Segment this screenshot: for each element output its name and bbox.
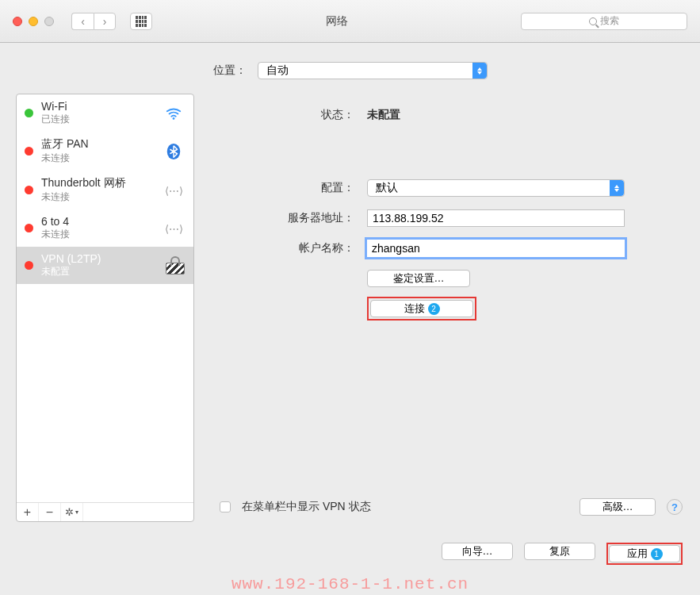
connect-button[interactable]: 连接 2 [370, 300, 473, 317]
sidebar-item-status: 未配置 [41, 265, 165, 278]
status-dot-icon [25, 224, 33, 232]
ethernet-icon: ⟨⋯⟩ [162, 182, 186, 199]
show-vpn-menubar-label: 在菜单栏中显示 VPN 状态 [242, 500, 568, 514]
advanced-button[interactable]: 高级… [580, 498, 656, 516]
sidebar-item-status: 未连接 [41, 190, 162, 204]
sidebar-item-bluetooth-pan[interactable]: 蓝牙 PAN未连接 [17, 132, 193, 171]
ethernet-icon: ⟨⋯⟩ [162, 220, 186, 237]
config-value: 默认 [376, 181, 398, 195]
connect-highlight: 连接 2 [367, 297, 476, 321]
zoom-window-button[interactable] [44, 17, 54, 26]
back-button[interactable]: ‹ [71, 13, 94, 30]
sidebar-item-thunderbolt[interactable]: Thunderbolt 网桥未连接 ⟨⋯⟩ [17, 171, 193, 209]
search-input[interactable]: 搜索 [521, 13, 687, 30]
window-titlebar: ‹ › 网络 搜索 [0, 0, 700, 43]
lock-icon [165, 256, 186, 274]
sidebar-item-name: 蓝牙 PAN [41, 137, 162, 152]
auth-settings-button[interactable]: 鉴定设置… [367, 270, 470, 287]
forward-button[interactable]: › [94, 13, 116, 30]
show-vpn-menubar-checkbox[interactable] [220, 501, 231, 512]
bluetooth-icon [162, 143, 186, 160]
sidebar-item-status: 已连接 [41, 113, 162, 126]
location-row: 位置： 自动 [0, 43, 700, 94]
main-panel: 状态： 未配置 配置： 默认 服务器地址： 帐户名称： 鉴定设置… 连接 [212, 94, 684, 522]
interface-actions-button[interactable]: ✲ [61, 503, 83, 521]
wifi-icon [162, 105, 186, 122]
traffic-lights [13, 17, 54, 26]
interface-sidebar: Wi-Fi已连接 蓝牙 PAN未连接 Thunderbolt 网桥未连接 ⟨⋯⟩… [16, 94, 194, 522]
window-footer: 向导… 复原 应用 1 [0, 538, 700, 565]
config-label: 配置： [212, 181, 354, 195]
close-window-button[interactable] [13, 17, 22, 26]
watermark-text: www.192-168-1-1.net.cn [231, 575, 469, 593]
window-title: 网络 [162, 14, 511, 29]
search-icon [589, 17, 597, 25]
config-select[interactable]: 默认 [367, 179, 625, 197]
add-interface-button[interactable]: + [17, 503, 39, 521]
nav-buttons: ‹ › [71, 13, 116, 30]
wizard-button[interactable]: 向导… [442, 543, 513, 560]
account-name-label: 帐户名称： [212, 241, 354, 255]
server-address-input[interactable] [367, 209, 625, 227]
main-footer: 在菜单栏中显示 VPN 状态 高级… ? [212, 498, 684, 516]
sidebar-item-wifi[interactable]: Wi-Fi已连接 [17, 94, 193, 132]
sidebar-item-name: Thunderbolt 网桥 [41, 176, 162, 190]
account-name-input[interactable] [367, 240, 625, 257]
select-arrows-icon [472, 63, 487, 79]
select-arrows-icon [610, 180, 624, 196]
connect-badge: 2 [428, 303, 440, 315]
svg-text:⟨⋯⟩: ⟨⋯⟩ [165, 222, 183, 234]
help-button[interactable]: ? [667, 499, 683, 515]
server-address-label: 服务器地址： [212, 211, 354, 225]
status-label: 状态： [212, 108, 354, 122]
apply-highlight: 应用 1 [606, 543, 683, 565]
sidebar-item-name: 6 to 4 [41, 215, 162, 228]
apply-button[interactable]: 应用 1 [609, 545, 680, 562]
apply-badge: 1 [651, 548, 663, 560]
status-dot-icon [25, 147, 33, 155]
location-value: 自动 [266, 63, 289, 78]
sidebar-item-vpn[interactable]: VPN (L2TP)未配置 [17, 247, 193, 284]
grid-icon [136, 16, 147, 27]
interface-list: Wi-Fi已连接 蓝牙 PAN未连接 Thunderbolt 网桥未连接 ⟨⋯⟩… [17, 94, 193, 502]
remove-interface-button[interactable]: − [39, 503, 61, 521]
status-dot-icon [25, 109, 33, 117]
sidebar-footer: + − ✲ [17, 502, 193, 521]
sidebar-item-status: 未连接 [41, 152, 162, 165]
sidebar-item-name: Wi-Fi [41, 100, 162, 113]
sidebar-item-name: VPN (L2TP) [41, 252, 165, 265]
sidebar-item-6to4[interactable]: 6 to 4未连接 ⟨⋯⟩ [17, 209, 193, 247]
location-label: 位置： [213, 63, 247, 78]
show-all-button[interactable] [130, 13, 152, 30]
status-dot-icon [25, 261, 33, 270]
location-select[interactable]: 自动 [258, 62, 488, 79]
search-placeholder: 搜索 [600, 14, 619, 28]
status-value: 未配置 [367, 108, 678, 122]
svg-text:⟨⋯⟩: ⟨⋯⟩ [165, 184, 183, 196]
status-dot-icon [25, 186, 33, 194]
svg-point-0 [173, 117, 175, 120]
minimize-window-button[interactable] [29, 17, 38, 26]
revert-button[interactable]: 复原 [524, 543, 595, 560]
sidebar-item-status: 未连接 [41, 228, 162, 241]
